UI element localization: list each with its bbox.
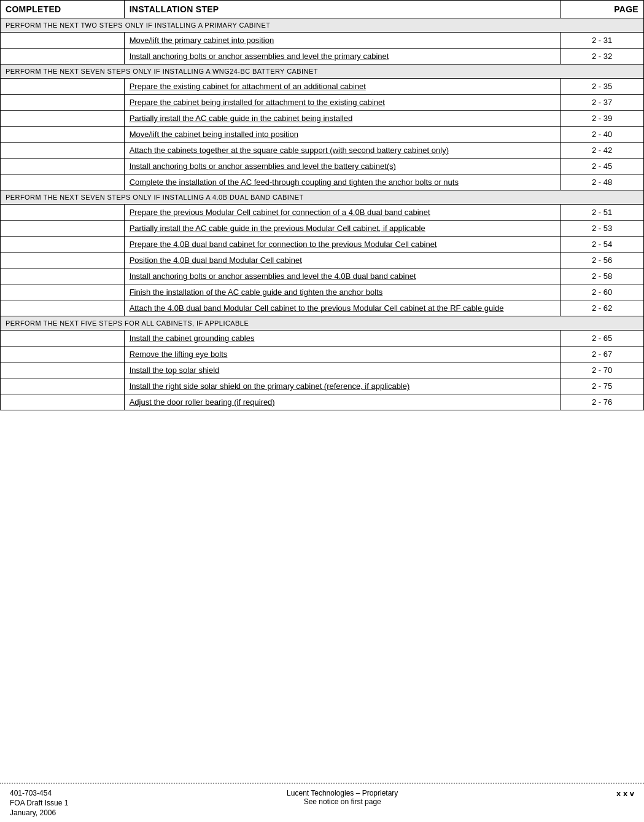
footer-date: January, 2006 xyxy=(10,808,68,817)
completed-checkbox-cell xyxy=(1,284,125,300)
footer-company: Lucent Technologies – Proprietary xyxy=(287,789,398,797)
step-cell[interactable]: Prepare the existing cabinet for attachm… xyxy=(124,79,561,95)
footer-page-number: x x v xyxy=(616,789,634,798)
table-row: Adjust the door roller bearing (if requi… xyxy=(1,394,644,410)
completed-checkbox-cell xyxy=(1,143,125,159)
step-link[interactable]: Install anchoring bolts or anchor assemb… xyxy=(130,162,396,171)
page-cell: 2 - 75 xyxy=(561,378,644,394)
step-cell[interactable]: Attach the 4.0B dual band Modular Cell c… xyxy=(124,300,561,316)
installation-table: COMPLETED INSTALLATION STEP PAGE PERFORM… xyxy=(0,0,644,410)
step-cell[interactable]: Partially install the AC cable guide in … xyxy=(124,221,561,237)
step-link[interactable]: Finish the installation of the AC cable … xyxy=(130,288,383,297)
table-row: Prepare the 4.0B dual band cabinet for c… xyxy=(1,237,644,252)
step-cell[interactable]: Install anchoring bolts or anchor assemb… xyxy=(124,49,561,65)
step-cell[interactable]: Move/lift the cabinet being installed in… xyxy=(124,127,561,143)
completed-checkbox-cell xyxy=(1,346,125,362)
step-cell[interactable]: Install anchoring bolts or anchor assemb… xyxy=(124,159,561,174)
footer-center: Lucent Technologies – Proprietary See no… xyxy=(287,789,398,806)
step-cell[interactable]: Complete the installation of the AC feed… xyxy=(124,174,561,190)
step-cell[interactable]: Position the 4.0B dual band Modular Cell… xyxy=(124,252,561,268)
footer-issue: FOA Draft Issue 1 xyxy=(10,799,68,807)
completed-checkbox-cell xyxy=(1,331,125,346)
table-header-row: COMPLETED INSTALLATION STEP PAGE xyxy=(1,1,644,18)
step-link[interactable]: Prepare the previous Modular Cell cabine… xyxy=(130,208,430,217)
page-cell: 2 - 40 xyxy=(561,127,644,143)
step-link[interactable]: Install anchoring bolts or anchor assemb… xyxy=(130,52,389,61)
footer-notice: See notice on first page xyxy=(287,797,398,806)
step-link[interactable]: Partially install the AC cable guide in … xyxy=(130,114,353,123)
section-header-cell: PERFORM THE NEXT SEVEN STEPS ONLY IF INS… xyxy=(1,65,644,79)
page-cell: 2 - 56 xyxy=(561,252,644,268)
table-row: Position the 4.0B dual band Modular Cell… xyxy=(1,252,644,268)
step-link[interactable]: Move/lift the primary cabinet into posit… xyxy=(130,36,274,45)
step-link[interactable]: Install anchoring bolts or anchor assemb… xyxy=(130,272,416,281)
completed-checkbox-cell xyxy=(1,33,125,49)
step-link[interactable]: Attach the 4.0B dual band Modular Cell c… xyxy=(130,303,504,313)
completed-checkbox-cell xyxy=(1,378,125,394)
step-cell[interactable]: Install the right side solar shield on t… xyxy=(124,378,561,394)
step-link[interactable]: Adjust the door roller bearing (if requi… xyxy=(130,397,275,407)
header-step: INSTALLATION STEP xyxy=(124,1,561,18)
step-link[interactable]: Install the cabinet grounding cables xyxy=(130,334,255,343)
page-cell: 2 - 67 xyxy=(561,346,644,362)
step-cell[interactable]: Install the top solar shield xyxy=(124,362,561,378)
step-cell[interactable]: Adjust the door roller bearing (if requi… xyxy=(124,394,561,410)
page-cell: 2 - 42 xyxy=(561,143,644,159)
completed-checkbox-cell xyxy=(1,252,125,268)
table-row: Install the top solar shield2 - 70 xyxy=(1,362,644,378)
table-row: Install the right side solar shield on t… xyxy=(1,378,644,394)
table-row: Prepare the previous Modular Cell cabine… xyxy=(1,205,644,221)
step-link[interactable]: Prepare the 4.0B dual band cabinet for c… xyxy=(130,240,437,249)
table-row: Partially install the AC cable guide in … xyxy=(1,111,644,127)
completed-checkbox-cell xyxy=(1,394,125,410)
section-header-row: PERFORM THE NEXT SEVEN STEPS ONLY IF INS… xyxy=(1,190,644,205)
step-cell[interactable]: Install the cabinet grounding cables xyxy=(124,331,561,346)
step-link[interactable]: Prepare the cabinet being installed for … xyxy=(130,98,385,107)
section-header-row: PERFORM THE NEXT FIVE STEPS FOR ALL CABI… xyxy=(1,316,644,331)
page-cell: 2 - 35 xyxy=(561,79,644,95)
section-header-cell: PERFORM THE NEXT SEVEN STEPS ONLY IF INS… xyxy=(1,190,644,205)
step-link[interactable]: Install the top solar shield xyxy=(130,366,220,375)
page-cell: 2 - 48 xyxy=(561,174,644,190)
page-cell: 2 - 32 xyxy=(561,49,644,65)
table-row: Install anchoring bolts or anchor assemb… xyxy=(1,268,644,284)
page-cell: 2 - 60 xyxy=(561,284,644,300)
section-header-cell: PERFORM THE NEXT FIVE STEPS FOR ALL CABI… xyxy=(1,316,644,331)
page-cell: 2 - 31 xyxy=(561,33,644,49)
step-cell[interactable]: Prepare the previous Modular Cell cabine… xyxy=(124,205,561,221)
step-cell[interactable]: Attach the cabinets together at the squa… xyxy=(124,143,561,159)
step-link[interactable]: Complete the installation of the AC feed… xyxy=(130,178,459,187)
step-cell[interactable]: Finish the installation of the AC cable … xyxy=(124,284,561,300)
completed-checkbox-cell xyxy=(1,300,125,316)
footer-doc-number: 401-703-454 xyxy=(10,789,68,797)
step-cell[interactable]: Prepare the 4.0B dual band cabinet for c… xyxy=(124,237,561,252)
step-link[interactable]: Move/lift the cabinet being installed in… xyxy=(130,130,298,139)
page-wrapper: COMPLETED INSTALLATION STEP PAGE PERFORM… xyxy=(0,0,644,822)
completed-checkbox-cell xyxy=(1,362,125,378)
page-cell: 2 - 51 xyxy=(561,205,644,221)
step-cell[interactable]: Remove the lifting eye bolts xyxy=(124,346,561,362)
page-cell: 2 - 53 xyxy=(561,221,644,237)
page-cell: 2 - 54 xyxy=(561,237,644,252)
step-cell[interactable]: Move/lift the primary cabinet into posit… xyxy=(124,33,561,49)
step-link[interactable]: Partially install the AC cable guide in … xyxy=(130,224,425,233)
completed-checkbox-cell xyxy=(1,174,125,190)
header-completed: COMPLETED xyxy=(1,1,125,18)
section-header-cell: PERFORM THE NEXT TWO STEPS ONLY IF INSTA… xyxy=(1,18,644,33)
table-row: Install anchoring bolts or anchor assemb… xyxy=(1,49,644,65)
step-link[interactable]: Remove the lifting eye bolts xyxy=(130,350,228,359)
step-link[interactable]: Attach the cabinets together at the squa… xyxy=(130,146,449,155)
table-row: Prepare the cabinet being installed for … xyxy=(1,95,644,111)
step-cell[interactable]: Install anchoring bolts or anchor assemb… xyxy=(124,268,561,284)
table-row: Install the cabinet grounding cables2 - … xyxy=(1,331,644,346)
page-cell: 2 - 39 xyxy=(561,111,644,127)
step-cell[interactable]: Prepare the cabinet being installed for … xyxy=(124,95,561,111)
step-cell[interactable]: Partially install the AC cable guide in … xyxy=(124,111,561,127)
step-link[interactable]: Position the 4.0B dual band Modular Cell… xyxy=(130,256,302,265)
section-header-row: PERFORM THE NEXT TWO STEPS ONLY IF INSTA… xyxy=(1,18,644,33)
page-cell: 2 - 70 xyxy=(561,362,644,378)
step-link[interactable]: Install the right side solar shield on t… xyxy=(130,382,410,391)
completed-checkbox-cell xyxy=(1,268,125,284)
step-link[interactable]: Prepare the existing cabinet for attachm… xyxy=(130,82,366,91)
table-row: Prepare the existing cabinet for attachm… xyxy=(1,79,644,95)
